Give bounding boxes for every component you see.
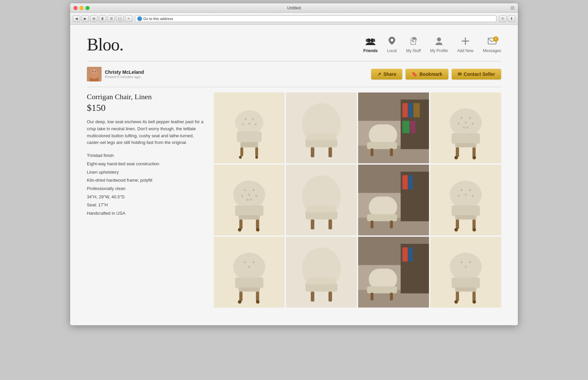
product-image-11[interactable] [358, 237, 429, 308]
svg-rect-51 [456, 147, 459, 157]
messages-badge-wrap: 7 [488, 38, 496, 47]
svg-rect-132 [390, 293, 393, 300]
svg-point-142 [469, 261, 471, 263]
forward-button[interactable]: ▶ [82, 15, 89, 22]
svg-rect-41 [403, 121, 410, 133]
svg-rect-121 [311, 292, 314, 302]
bookmark-button[interactable]: 🔖 Bookmark [406, 69, 448, 79]
listing-body: Corrigan Chair, Linen $150 Our deep, low… [87, 92, 501, 308]
local-label: Local [387, 48, 397, 53]
view-button[interactable]: ⊞ [90, 15, 98, 22]
spec-item: Professionally clean [87, 185, 207, 193]
site-logo[interactable]: Bloo. [87, 35, 123, 54]
product-image-12[interactable] [430, 237, 501, 308]
friends-label: Friends [363, 48, 378, 53]
svg-point-73 [241, 195, 243, 197]
svg-rect-32 [311, 147, 314, 157]
nav-myprofile[interactable]: My Profile [430, 36, 448, 53]
svg-rect-111 [256, 292, 259, 301]
svg-rect-108 [235, 277, 264, 288]
title-bar: Untitled [70, 3, 518, 13]
product-image-6[interactable] [286, 165, 357, 235]
product-image-8[interactable] [430, 165, 501, 235]
svg-point-103 [465, 194, 467, 196]
share-button[interactable]: ↗ Share [371, 69, 402, 79]
myprofile-label: My Profile [430, 48, 448, 53]
header-divider [87, 61, 501, 61]
svg-point-115 [253, 261, 255, 263]
svg-point-140 [472, 300, 476, 304]
code-button[interactable]: { } [116, 15, 124, 22]
back-button[interactable]: ◀ [73, 15, 80, 22]
sidebar-button[interactable]: ☰ [108, 15, 115, 22]
nav-local[interactable]: Local [387, 36, 397, 53]
spec-item: Seat: 17"H [87, 201, 207, 209]
seller-time: Posted 6 minutes ago. [105, 75, 144, 79]
product-image-5[interactable] [214, 165, 285, 235]
svg-point-101 [460, 189, 462, 191]
contact-icon: ✉ [458, 71, 462, 77]
svg-point-23 [245, 118, 247, 120]
add-tab-button[interactable]: + [125, 15, 132, 22]
nav-mystuff[interactable]: My Stuff [406, 36, 421, 53]
contact-seller-button[interactable]: ✉ Contact Seller [452, 69, 501, 79]
minimize-button[interactable] [80, 6, 84, 10]
svg-point-60 [463, 127, 465, 129]
svg-rect-18 [241, 142, 258, 147]
svg-point-102 [469, 189, 471, 191]
svg-rect-49 [452, 133, 480, 144]
svg-rect-135 [452, 277, 480, 288]
svg-rect-66 [239, 219, 243, 229]
close-button[interactable] [74, 6, 78, 10]
svg-rect-136 [455, 288, 476, 292]
svg-point-112 [238, 300, 242, 304]
svg-rect-20 [255, 147, 258, 156]
image-grid [214, 92, 501, 308]
refresh-button[interactable]: ↻ [499, 15, 506, 22]
product-image-2[interactable] [286, 92, 357, 163]
svg-rect-82 [328, 219, 332, 229]
expand-button[interactable] [510, 6, 514, 10]
share-icon: ↗ [377, 71, 381, 77]
product-image-3[interactable] [358, 92, 429, 163]
nav-messages[interactable]: 7 Messages [483, 38, 501, 53]
avatar-image [87, 67, 102, 81]
download-button[interactable]: ⬇ [508, 15, 515, 22]
main-nav: Friends Local [363, 36, 501, 53]
svg-point-139 [454, 300, 458, 304]
local-icon [388, 36, 396, 47]
action-buttons: ↗ Share 🔖 Bookmark ✉ Contact Seller [371, 69, 501, 79]
nav-addnew[interactable]: Add New [457, 37, 474, 53]
svg-rect-52 [472, 147, 476, 157]
svg-point-55 [460, 117, 462, 119]
svg-point-114 [244, 261, 246, 263]
product-image-4[interactable] [430, 92, 501, 163]
window-title: Untitled [287, 6, 301, 10]
listing-description: Our deep, low seat eschews its bell pepp… [87, 119, 207, 146]
svg-point-56 [469, 117, 471, 119]
listing-divider [87, 87, 501, 87]
svg-point-143 [465, 266, 467, 268]
svg-rect-88 [409, 175, 413, 189]
svg-rect-81 [311, 219, 314, 229]
svg-rect-137 [456, 292, 459, 301]
address-bar[interactable]: 🌐 Go to this address [135, 15, 496, 22]
nav-friends[interactable]: Friends [363, 38, 378, 53]
mystuff-icon [410, 36, 417, 47]
spec-item: Linen upholstery [87, 168, 207, 177]
svg-rect-127 [403, 247, 408, 261]
product-image-7[interactable] [358, 165, 429, 235]
address-text: Go to this address [143, 17, 173, 21]
friends-icon [365, 38, 376, 47]
addnew-icon [461, 37, 469, 47]
product-image-1[interactable] [214, 92, 285, 163]
svg-rect-42 [410, 121, 416, 133]
spec-item: Kiln-dried hardwood frame; polyfill [87, 176, 207, 185]
trash-button[interactable]: 🗑 [99, 15, 106, 22]
svg-rect-90 [367, 214, 397, 221]
svg-point-99 [454, 228, 458, 232]
product-image-9[interactable] [214, 237, 285, 308]
maximize-button[interactable] [86, 6, 90, 10]
listing-meta: Christy McLeland Posted 6 minutes ago. ↗… [87, 67, 501, 81]
product-image-10[interactable] [286, 237, 357, 308]
